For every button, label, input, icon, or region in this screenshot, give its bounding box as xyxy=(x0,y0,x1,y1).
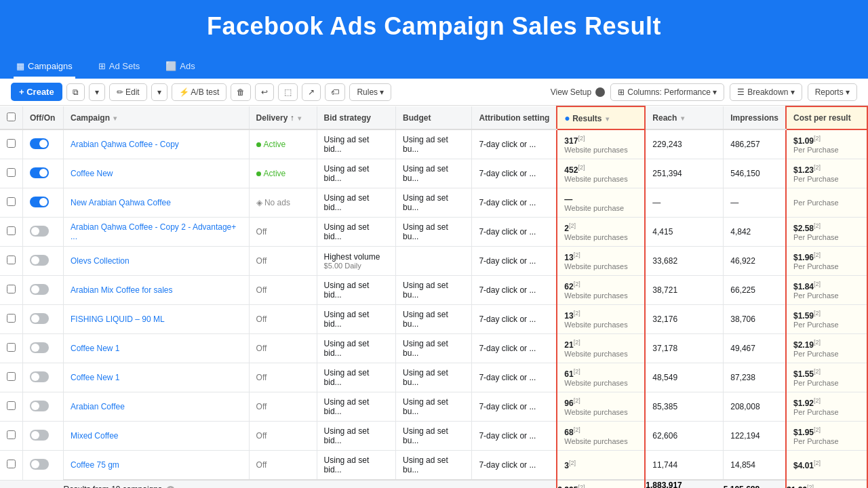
attribution-value: 7-day click or ... xyxy=(479,431,536,441)
campaign-link[interactable]: Mixed Coffee xyxy=(71,431,118,441)
campaign-toggle[interactable] xyxy=(30,401,49,411)
create-button[interactable]: + Create xyxy=(11,83,62,101)
footer-cost: $1.26[2] Per Purchase xyxy=(786,480,867,488)
row-checkbox[interactable] xyxy=(7,401,16,410)
edit-dropdown[interactable]: ▾ xyxy=(151,83,167,101)
col-header-reach[interactable]: Reach ▾ xyxy=(645,106,723,129)
campaign-link[interactable]: Coffee New 1 xyxy=(71,373,120,382)
campaign-toggle[interactable] xyxy=(30,430,49,441)
campaign-link[interactable]: FISHING LIQUID – 90 ML xyxy=(71,314,165,324)
bid-value: Highest volume xyxy=(324,252,389,262)
tab-ads[interactable]: ⬜ Ads xyxy=(163,56,197,79)
row-checkbox[interactable] xyxy=(7,226,16,235)
footer-campaigns-label: Results from 19 campaigns i xyxy=(64,485,317,489)
results-cell: —Website purchase xyxy=(557,188,645,218)
campaign-toggle[interactable] xyxy=(30,284,49,295)
col-header-campaign[interactable]: Campaign ▾ xyxy=(64,106,250,129)
impressions-cell: 122,194 xyxy=(724,422,786,451)
budget-value: Using ad set bu... xyxy=(403,222,448,241)
row-checkbox[interactable] xyxy=(7,168,16,177)
results-number: 68[2] xyxy=(564,426,637,437)
budget-cell: Using ad set bu... xyxy=(396,363,472,392)
edit-button[interactable]: ✏ Edit xyxy=(109,83,147,101)
rules-button[interactable]: Rules ▾ xyxy=(349,83,391,101)
reach-value: 48,549 xyxy=(652,373,677,382)
delete-button[interactable]: 🗑 xyxy=(231,83,251,101)
campaign-link[interactable]: Arabian Coffee xyxy=(71,402,125,411)
impressions-cell: 49,467 xyxy=(724,334,786,363)
campaign-toggle[interactable] xyxy=(30,313,49,324)
campaign-link[interactable]: New Arabian Qahwa Coffee xyxy=(71,198,171,207)
attribution-cell: 7-day click or ... xyxy=(472,392,557,422)
row-checkbox[interactable] xyxy=(7,197,16,206)
row-toggle-cell xyxy=(23,363,64,392)
results-cell: 96[2]Website purchases xyxy=(557,392,645,422)
col-header-checkbox[interactable] xyxy=(0,106,23,129)
campaign-toggle[interactable] xyxy=(30,342,49,353)
campaign-link[interactable]: Arabian Mix Coffee for sales xyxy=(71,285,173,295)
duplicate-dropdown[interactable]: ▾ xyxy=(89,83,105,101)
toolbar: + Create ⧉ ▾ ✏ Edit ▾ ⚡ A/B test 🗑 ↩ ⬚ ↗… xyxy=(0,79,868,106)
campaign-link[interactable]: Olevs Collection xyxy=(71,256,130,266)
send-button[interactable]: ↗ xyxy=(302,83,321,101)
campaign-toggle[interactable] xyxy=(30,138,49,149)
row-checkbox[interactable] xyxy=(7,430,16,439)
campaign-link[interactable]: Arabian Qahwa Coffee - Copy xyxy=(71,140,179,149)
campaign-link[interactable]: Arabian Qahwa Coffee - Copy 2 - Advantag… xyxy=(71,222,236,241)
campaign-toggle[interactable] xyxy=(30,226,49,237)
delivery-status: ◈ No ads xyxy=(256,198,290,207)
campaign-link[interactable]: Coffee 75 gm xyxy=(71,460,119,470)
cost-cell: $1.55[2]Per Purchase xyxy=(786,363,867,392)
col-header-attribution: Attribution setting xyxy=(472,106,557,129)
row-checkbox-cell xyxy=(0,305,23,334)
campaign-name-cell: Mixed Coffee xyxy=(64,422,250,451)
columns-button[interactable]: ⊞ Columns: Performance ▾ xyxy=(610,83,724,101)
reports-button[interactable]: Reports ▾ xyxy=(808,83,857,101)
attribution-value: 7-day click or ... xyxy=(479,285,536,295)
select-all-checkbox[interactable] xyxy=(7,113,16,121)
bid-value: Using ad set bid... xyxy=(324,397,370,416)
reach-value: 33,682 xyxy=(652,256,677,266)
tab-campaigns[interactable]: ▦ Campaigns xyxy=(14,56,75,79)
row-checkbox[interactable] xyxy=(7,139,16,148)
row-toggle-cell xyxy=(23,392,64,422)
results-number: 13[2] xyxy=(564,310,637,321)
info-icon[interactable]: i xyxy=(166,486,175,489)
undo-button[interactable]: ↩ xyxy=(255,83,274,101)
row-checkbox[interactable] xyxy=(7,460,16,468)
row-checkbox[interactable] xyxy=(7,285,16,293)
campaign-toggle[interactable] xyxy=(30,197,49,207)
delivery-sort-icon: ▾ xyxy=(298,115,301,122)
col-header-results[interactable]: ● Results ▾ xyxy=(557,106,645,129)
archive-button[interactable]: ⬚ xyxy=(278,83,298,101)
row-checkbox[interactable] xyxy=(7,372,16,381)
duplicate-button[interactable]: ⧉ xyxy=(66,83,85,101)
reach-value: 37,178 xyxy=(652,344,677,353)
reach-cell: 48,549 xyxy=(645,363,723,392)
row-checkbox[interactable] xyxy=(7,256,16,264)
campaign-toggle[interactable] xyxy=(30,459,49,470)
row-checkbox[interactable] xyxy=(7,343,16,352)
ab-test-button[interactable]: ⚡ A/B test xyxy=(172,83,227,101)
delivery-status: Off xyxy=(256,431,267,441)
campaign-toggle[interactable] xyxy=(30,167,49,178)
breakdown-button[interactable]: ☰ Breakdown ▾ xyxy=(730,83,802,101)
view-setup-dot[interactable] xyxy=(595,87,605,97)
impressions-value: 38,706 xyxy=(730,314,755,324)
budget-value: Using ad set bu... xyxy=(403,310,448,329)
footer-impressions: 5,105,688 Total xyxy=(724,480,786,488)
tag-button[interactable]: 🏷 xyxy=(325,83,345,101)
cost-label: Per Purchase xyxy=(793,233,860,241)
campaign-link[interactable]: Coffee New 1 xyxy=(71,344,120,353)
delivery-status: Off xyxy=(256,227,267,237)
attribution-cell: 7-day click or ... xyxy=(472,276,557,305)
delivery-status: Active xyxy=(256,169,310,178)
campaign-toggle[interactable] xyxy=(30,371,49,382)
tab-adsets[interactable]: ⊞ Ad Sets xyxy=(96,56,143,79)
campaign-toggle[interactable] xyxy=(30,255,49,266)
row-checkbox[interactable] xyxy=(7,314,16,323)
bid-strategy-cell: Highest volume$5.00 Daily xyxy=(317,247,395,276)
bid-value: Using ad set bid... xyxy=(324,193,370,212)
col-header-delivery[interactable]: Delivery ↑ ▾ xyxy=(249,106,317,129)
campaign-link[interactable]: Coffee New xyxy=(71,169,113,178)
